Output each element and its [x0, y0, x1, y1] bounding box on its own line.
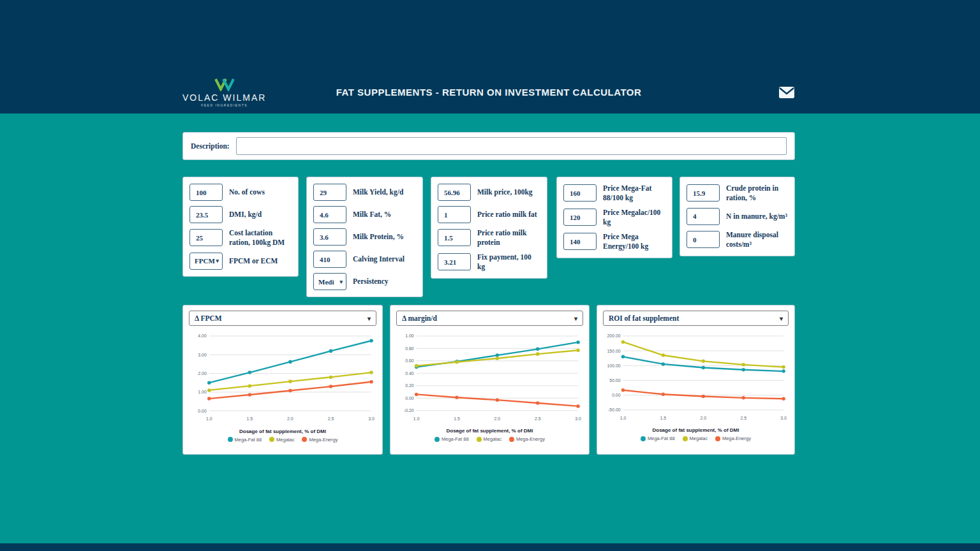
svg-text:0.80: 0.80 — [405, 346, 414, 351]
milk-price-input[interactable] — [438, 184, 471, 201]
field-label: Fix payment, 100 kg — [477, 253, 540, 272]
milk-fat-input[interactable] — [313, 206, 346, 223]
no-of-cows-input[interactable] — [189, 184, 223, 201]
crude-protein-input[interactable] — [687, 184, 720, 202]
svg-text:1.5: 1.5 — [247, 416, 253, 421]
chart-legend: Mega-Fat 88MegalacMega-Energy — [603, 436, 789, 441]
page-title: FAT SUPPLEMENTS - RETURN ON INVESTMENT C… — [336, 87, 642, 98]
chart-metric-select[interactable]: ROI of fat supplement ▾ — [603, 311, 789, 326]
svg-text:0.00: 0.00 — [198, 409, 207, 413]
chevron-down-icon: ▾ — [216, 258, 219, 264]
legend-item: Megalac — [477, 436, 501, 442]
line-chart: 4.003.002.001.000.001.01.52.02.53.0 — [189, 331, 376, 429]
field-label: Milk Yield, kg/d — [353, 187, 416, 197]
svg-text:0.60: 0.60 — [405, 358, 414, 363]
n-manure-input[interactable] — [687, 208, 720, 225]
field-label: Cost lactation ration, 100kg DM — [229, 228, 292, 247]
svg-text:50.00: 50.00 — [609, 378, 620, 383]
protein-ratio-input[interactable] — [438, 229, 471, 246]
svg-text:150.00: 150.00 — [607, 349, 621, 353]
megafat-price-input[interactable] — [563, 184, 597, 202]
line-chart: 1.000.800.600.400.200.00-0.201.01.52.02.… — [396, 331, 583, 428]
svg-text:3.0: 3.0 — [780, 416, 787, 420]
description-input[interactable] — [236, 137, 787, 155]
calving-interval-input[interactable] — [313, 251, 346, 268]
field-label: Price Megalac/100 kg — [603, 208, 665, 227]
chevron-down-icon: ▾ — [780, 315, 783, 322]
svg-text:2.5: 2.5 — [328, 416, 334, 421]
megaenergy-price-input[interactable] — [563, 233, 597, 250]
logo-subtitle: FEED INGREDIENTS — [201, 103, 248, 107]
milk-yield-input[interactable] — [313, 184, 346, 201]
field-label: No. of cows — [229, 187, 292, 197]
svg-text:1.00: 1.00 — [405, 334, 414, 338]
legend-item: Mega-Energy — [509, 436, 545, 442]
chevron-down-icon: ▾ — [368, 315, 371, 322]
svg-text:-50.00: -50.00 — [608, 408, 621, 412]
svg-text:2.5: 2.5 — [740, 416, 746, 420]
milk-panel: Milk Yield, kg/d Milk Fat, % Milk Protei… — [306, 177, 423, 297]
svg-text:2.5: 2.5 — [535, 416, 541, 421]
field-label: Milk Fat, % — [353, 210, 416, 219]
svg-text:3.00: 3.00 — [198, 353, 207, 357]
svg-text:1.5: 1.5 — [660, 416, 667, 420]
chart-metric-select[interactable]: Δ FPCM ▾ — [189, 311, 376, 326]
header: VOLAC WILMAR FEED INGREDIENTS FAT SUPPLE… — [0, 0, 980, 114]
chevron-down-icon: ▾ — [339, 279, 343, 285]
svg-text:1.00: 1.00 — [198, 390, 207, 394]
field-label: Price Mega Energy/100 kg — [603, 232, 665, 251]
svg-text:-0.20: -0.20 — [404, 408, 414, 413]
chart-card-roi: ROI of fat supplement ▾ 200.00150.00100.… — [597, 305, 795, 455]
svg-text:2.0: 2.0 — [287, 416, 293, 421]
svg-text:3.0: 3.0 — [575, 416, 581, 421]
description-card: Description: — [182, 132, 795, 160]
chart-metric-select[interactable]: Δ margin/d ▾ — [396, 311, 583, 326]
svg-text:2.0: 2.0 — [494, 416, 501, 421]
legend-item: Mega-Fat 88 — [228, 437, 262, 443]
svg-text:0.20: 0.20 — [405, 383, 414, 388]
svg-text:2.00: 2.00 — [198, 371, 207, 376]
fat-ratio-input[interactable] — [438, 206, 471, 223]
chart-legend: Mega-Fat 88MegalacMega-Energy — [189, 437, 376, 443]
svg-text:1.0: 1.0 — [206, 416, 212, 421]
svg-text:0.40: 0.40 — [405, 371, 414, 376]
field-label: Calving Interval — [353, 254, 416, 264]
persistency-select[interactable]: Medi ▾ — [313, 273, 346, 290]
description-label: Description: — [191, 142, 230, 150]
legend-item: Megalac — [269, 437, 294, 443]
herd-panel: No. of cows DMI, kg/d Cost lactation rat… — [182, 177, 299, 277]
chevron-down-icon: ▾ — [574, 315, 577, 322]
fpcm-ecm-select[interactable]: FPCM ▾ — [189, 253, 223, 270]
chart-card-margin: Δ margin/d ▾ 1.000.800.600.400.200.00-0.… — [390, 305, 590, 455]
line-chart: 200.00150.00100.0050.000.00-50.001.01.52… — [603, 331, 789, 427]
volac-wilmar-logo-icon — [212, 78, 237, 91]
field-label: Milk price, 100kg — [477, 187, 540, 197]
chart-legend: Mega-Fat 88MegalacMega-Energy — [396, 436, 583, 442]
legend-item: Mega-Fat 88 — [641, 436, 675, 441]
svg-text:200.00: 200.00 — [607, 334, 621, 338]
legend-item: Mega-Fat 88 — [434, 436, 469, 442]
ration-panel: Crude protein in ration, % N in manure, … — [679, 177, 795, 256]
svg-text:4.00: 4.00 — [198, 334, 207, 338]
fix-payment-input[interactable] — [438, 253, 471, 270]
legend-item: Mega-Energy — [715, 436, 751, 441]
svg-text:3.0: 3.0 — [368, 416, 375, 421]
megalac-price-input[interactable] — [563, 209, 597, 226]
svg-text:1.5: 1.5 — [454, 416, 460, 421]
select-value: FPCM — [195, 257, 215, 265]
mail-icon[interactable] — [778, 86, 795, 99]
field-label: Crude protein in ration, % — [726, 184, 788, 203]
svg-text:0.00: 0.00 — [405, 396, 414, 400]
svg-text:1.0: 1.0 — [620, 416, 627, 420]
dmi-input[interactable] — [189, 206, 223, 223]
field-label: Price ratio milk protein — [477, 228, 540, 247]
field-label: N in manure, kg/m³ — [726, 212, 788, 221]
ration-cost-input[interactable] — [189, 229, 223, 246]
chart-metric-value: ROI of fat supplement — [609, 314, 679, 322]
milk-protein-input[interactable] — [313, 228, 346, 246]
chart-xlabel: Dosage of fat supplement, % of DMI — [396, 428, 583, 434]
svg-text:1.0: 1.0 — [413, 416, 420, 421]
manure-cost-input[interactable] — [687, 231, 720, 248]
supplement-price-panel: Price Mega-Fat 88/100 kg Price Megalac/1… — [556, 177, 672, 258]
chart-xlabel: Dosage of fat supplement, % of DMI — [189, 429, 376, 434]
